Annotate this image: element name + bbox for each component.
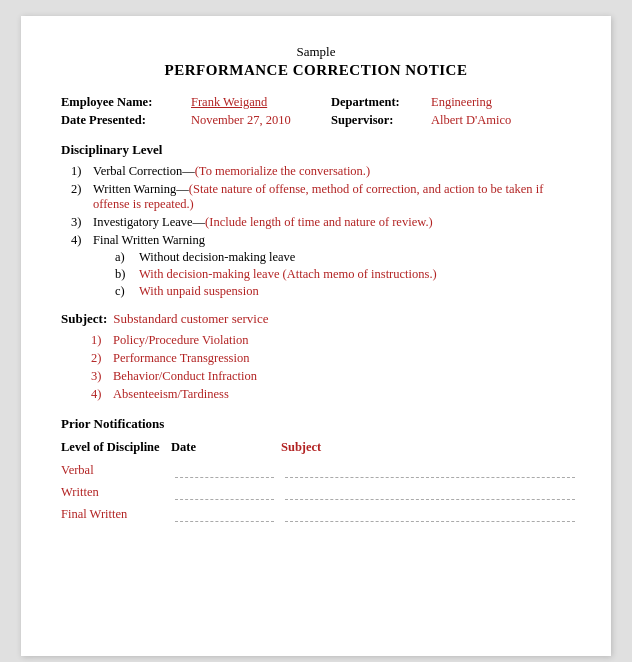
sub-item-a: a) Without decision-making leave [115,250,571,265]
subject-label: Subject: [61,311,107,327]
sub-item-a-text: Without decision-making leave [139,250,295,265]
main-title: PERFORMANCE CORRECTION NOTICE [61,62,571,79]
sub-item-c-text: With unpaid suspension [139,284,259,299]
prior-row-written: Written [61,481,571,503]
prior-row-final: Final Written [61,503,571,525]
subject-item-3: 3) Behavior/Conduct Infraction [91,369,571,384]
disciplinary-list: 1) Verbal Correction—(To memorialize the… [71,164,571,301]
disciplinary-heading: Disciplinary Level [61,142,571,158]
dept-value: Engineering [431,95,571,110]
sub-list: a) Without decision-making leave b) With… [115,250,571,299]
final-date-line [175,506,274,522]
verbal-subject-line [285,462,575,478]
disc-item-3: 3) Investigatory Leave—(Include length o… [71,215,571,230]
disc-item-1-red: (To memorialize the conversation.) [195,164,370,178]
employee-name-label: Employee Name: [61,95,191,110]
disc-item-3-black: Investigatory Leave— [93,215,205,229]
date-label: Date Presented: [61,113,191,128]
document-page: Sample PERFORMANCE CORRECTION NOTICE Emp… [21,16,611,656]
subject-sub-list: 1) Policy/Procedure Violation 2) Perform… [91,333,571,402]
subject-row: Subject: Substandard customer service [61,311,571,327]
sub-item-b-text: With decision-making leave (Attach memo … [139,267,437,282]
written-subject-line [285,484,575,500]
disc-item-4-black: Final Written Warning [93,233,205,247]
subject-item-1: 1) Policy/Procedure Violation [91,333,571,348]
written-date-line [175,484,274,500]
subject-item-4: 4) Absenteeism/Tardiness [91,387,571,402]
sub-item-c: c) With unpaid suspension [115,284,571,299]
subject-value: Substandard customer service [113,311,268,327]
written-label: Written [61,485,99,499]
col-subject-header: Subject [281,440,571,459]
sample-label: Sample [61,44,571,60]
supervisor-value: Albert D'Amico [431,113,571,128]
col-level-header: Level of Discipline [61,440,171,459]
final-subject-line [285,506,575,522]
disc-item-2-black: Written Warning— [93,182,189,196]
col-date-header: Date [171,440,281,459]
final-label: Final Written [61,507,127,521]
prior-section: Prior Notifications Level of Discipline … [61,416,571,525]
disc-item-1-black: Verbal Correction— [93,164,195,178]
employee-info: Employee Name: Frank Weigand Department:… [61,95,571,128]
verbal-date-line [175,462,274,478]
employee-name-value: Frank Weigand [191,95,331,110]
prior-heading: Prior Notifications [61,416,571,432]
verbal-label: Verbal [61,463,94,477]
subject-item-2: 2) Performance Transgression [91,351,571,366]
prior-table: Level of Discipline Date Subject Verbal [61,440,571,525]
sub-item-b: b) With decision-making leave (Attach me… [115,267,571,282]
disc-item-2: 2) Written Warning—(State nature of offe… [71,182,571,212]
prior-row-verbal: Verbal [61,459,571,481]
disc-item-4: 4) Final Written Warning a) Without deci… [71,233,571,301]
disc-item-3-red: (Include length of time and nature of re… [205,215,433,229]
date-value: November 27, 2010 [191,113,331,128]
disc-item-1: 1) Verbal Correction—(To memorialize the… [71,164,571,179]
dept-label: Department: [331,95,431,110]
supervisor-label: Supervisor: [331,113,431,128]
